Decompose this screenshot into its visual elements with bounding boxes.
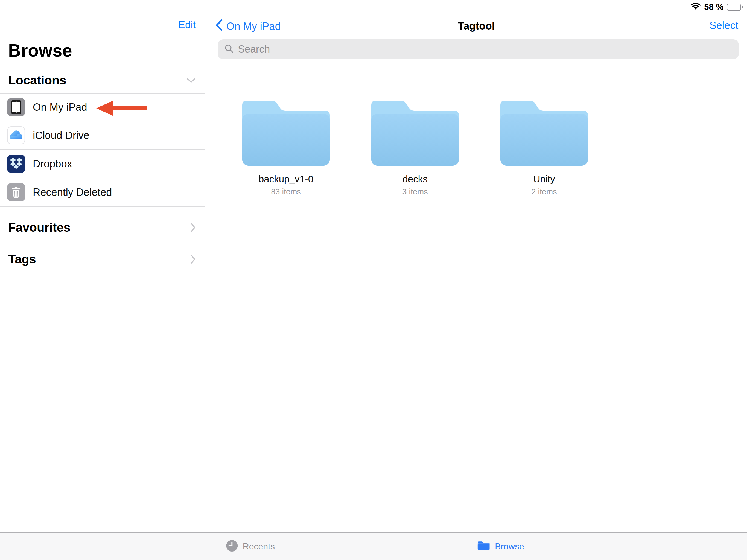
sidebar: Edit Browse Locations On My iP [0, 0, 205, 532]
favourites-label: Favourites [8, 221, 71, 235]
sidebar-item-icloud-drive[interactable]: iCloud Drive [0, 121, 205, 150]
folder-icon [477, 539, 491, 553]
tab-bar: Recents Browse [0, 532, 747, 560]
battery-icon [727, 4, 743, 11]
folder-icon [368, 95, 462, 168]
sidebar-item-label: iCloud Drive [33, 130, 89, 142]
page-title: Tagtool [206, 20, 747, 32]
favourites-section-header[interactable]: Favourites [8, 221, 196, 235]
sidebar-item-label: Dropbox [33, 158, 72, 170]
chevron-right-icon [190, 223, 196, 232]
sidebar-title: Browse [8, 41, 72, 61]
folder-name: decks [351, 174, 480, 184]
folder-icon [498, 95, 591, 168]
locations-section-header[interactable]: Locations [8, 73, 196, 87]
folder-name: backup_v1-0 [222, 174, 351, 184]
chevron-down-icon [186, 78, 196, 83]
search-bar[interactable] [217, 40, 739, 59]
clock-icon [226, 539, 238, 553]
wifi-icon [690, 2, 701, 12]
tab-label: Recents [243, 541, 275, 552]
folder-item-count: 83 items [222, 187, 351, 196]
ipad-icon [7, 98, 25, 116]
battery-percent: 58 % [704, 2, 723, 12]
locations-label: Locations [8, 73, 67, 87]
icloud-drive-icon [7, 126, 25, 144]
sidebar-item-recently-deleted[interactable]: Recently Deleted [0, 178, 205, 207]
search-input[interactable] [238, 44, 732, 55]
tab-browse[interactable]: Browse [477, 533, 524, 560]
tags-section-header[interactable]: Tags [8, 252, 196, 266]
folder-backup[interactable]: backup_v1-0 83 items [222, 95, 351, 196]
tab-recents[interactable]: Recents [226, 533, 275, 560]
sidebar-item-dropbox[interactable]: Dropbox [0, 150, 205, 178]
select-button[interactable]: Select [709, 20, 738, 31]
edit-button[interactable]: Edit [178, 19, 196, 31]
folder-unity[interactable]: Unity 2 items [480, 95, 609, 196]
folder-icon [239, 95, 333, 168]
files-app-screen: 14:04 Mon 27. May 58 % Edit Browse [0, 0, 747, 560]
main-pane: On My iPad Tagtool Select [206, 15, 747, 532]
folder-decks[interactable]: decks 3 items [351, 95, 480, 196]
sidebar-item-label: Recently Deleted [33, 186, 112, 198]
tab-label: Browse [495, 541, 524, 552]
folder-item-count: 2 items [480, 187, 609, 196]
sidebar-item-label: On My iPad [33, 101, 87, 113]
red-arrow-annotation [96, 100, 147, 117]
dropbox-icon [7, 155, 25, 173]
folder-item-count: 3 items [351, 187, 480, 196]
search-icon [224, 44, 234, 55]
tags-label: Tags [8, 252, 36, 266]
chevron-right-icon [190, 255, 196, 264]
trash-icon [7, 183, 25, 201]
folder-name: Unity [480, 174, 609, 184]
